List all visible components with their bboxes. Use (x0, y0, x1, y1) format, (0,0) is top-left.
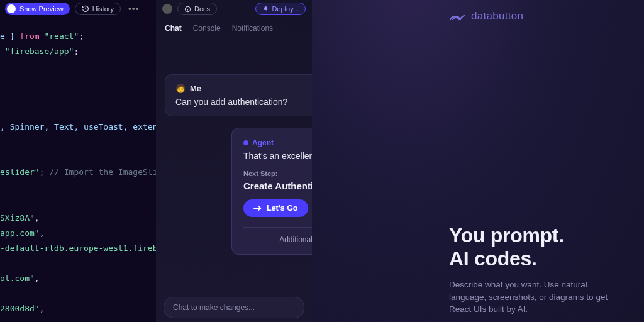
lets-go-label: Let's Go (267, 204, 298, 213)
show-preview-toggle[interactable]: Show Preview (5, 3, 70, 15)
tab-notifications[interactable]: Notifications (232, 24, 273, 33)
lets-go-button[interactable]: Let's Go (243, 199, 308, 217)
user-header: 🧑 Me (175, 84, 330, 93)
deploy-button[interactable]: Deploy... (255, 3, 306, 15)
docs-icon (184, 6, 191, 13)
chat-input[interactable]: Chat to make changes... (164, 297, 304, 318)
hero-pane: databutton You prompt. AI codes. Describ… (312, 0, 644, 322)
deploy-label: Deploy... (272, 5, 299, 13)
rocket-icon (262, 6, 269, 13)
chat-tabs: Chat Console Notifications (156, 18, 312, 36)
brand-row: databutton (449, 10, 626, 23)
chat-pane: Docs Deploy... Chat Console Notification… (156, 0, 312, 322)
more-menu[interactable]: ••• (128, 4, 140, 14)
agent-dot-icon (243, 140, 248, 145)
code-content[interactable]: e } from "react"; "firebase/app"; , Spin… (0, 18, 156, 322)
hero-block: You prompt. AI codes. Describe what you … (330, 224, 626, 316)
hero-line1: You prompt. (449, 224, 564, 247)
history-button[interactable]: History (75, 3, 121, 15)
user-avatar-small[interactable] (162, 4, 172, 14)
user-message-text: Can you add authentication? (175, 97, 330, 107)
tab-chat[interactable]: Chat (165, 24, 182, 33)
docs-button[interactable]: Docs (177, 3, 217, 15)
arrow-right-icon (253, 204, 262, 212)
tab-console[interactable]: Console (193, 24, 221, 33)
brand-logo-icon (449, 11, 465, 21)
hero-line2: AI codes. (449, 247, 537, 270)
history-icon (82, 5, 89, 13)
docs-label: Docs (194, 5, 210, 13)
toggle-knob-icon (7, 4, 16, 13)
chat-top-bar: Docs Deploy... (156, 0, 312, 18)
editor-top-controls: Show Preview History ••• (0, 0, 156, 18)
code-editor-pane: Show Preview History ••• e } from "react… (0, 0, 156, 322)
history-label: History (92, 5, 114, 13)
agent-name-label: Agent (252, 138, 274, 147)
user-name-label: Me (190, 84, 201, 93)
chat-input-wrap: Chat to make changes... (156, 297, 312, 322)
hero-heading: You prompt. AI codes. (449, 224, 626, 270)
user-avatar-icon: 🧑 (175, 84, 186, 93)
show-preview-label: Show Preview (19, 5, 64, 13)
brand-name: databutton (471, 10, 523, 23)
hero-description: Describe what you want. Use natural lang… (449, 279, 626, 316)
